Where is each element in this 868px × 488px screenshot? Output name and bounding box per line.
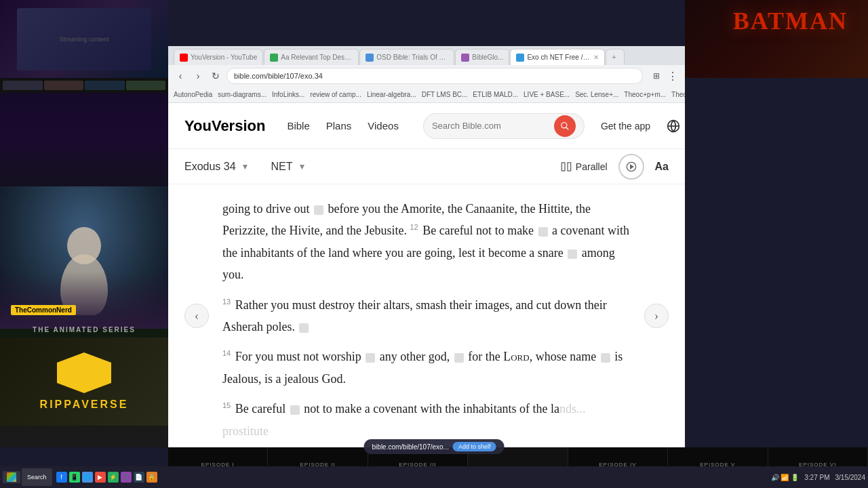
prev-chapter-button[interactable]: ‹ xyxy=(184,304,209,328)
rippaverse-text: RIPPAVERSE xyxy=(40,399,129,411)
show-title: THE ANIMATED SERIES xyxy=(0,326,168,333)
next-chapter-button[interactable]: › xyxy=(644,304,669,328)
verse-num-13: 13 xyxy=(222,298,231,306)
chapter-selector[interactable]: Exodus 34 ▼ xyxy=(184,161,250,173)
taskbar-app-1[interactable]: f xyxy=(56,472,67,483)
site-logo[interactable]: YouVersion xyxy=(184,117,265,135)
ref-icon-6[interactable] xyxy=(454,353,464,363)
globe-icon[interactable] xyxy=(667,115,680,137)
search-bar[interactable] xyxy=(423,113,585,139)
ref-icon-3[interactable] xyxy=(568,249,577,259)
nav-bar: YouVersion Bible Plans Videos Get the ap… xyxy=(168,103,685,149)
browser-tab-1[interactable]: YouVersion - YouTube xyxy=(174,49,263,65)
streamer-badge: TheCommonNerd xyxy=(11,305,76,315)
bookmark-5[interactable]: Linear-algebra... xyxy=(367,91,416,98)
website: YouVersion Bible Plans Videos Get the ap… xyxy=(168,103,685,447)
verse-line-4: 15 Be careful not to make a covenant wit… xyxy=(222,398,631,442)
notification-popup: bible.com/bible/107/exo... Add to shelf xyxy=(364,439,505,454)
ref-icon-5[interactable] xyxy=(366,353,375,363)
search-taskbar-label: Search xyxy=(27,474,47,481)
parallel-label: Parallel xyxy=(576,161,608,172)
ref-icon-2[interactable] xyxy=(538,227,548,237)
search-input[interactable] xyxy=(432,121,546,131)
address-bar: ‹ › ↻ bible.com/bible/107/exo.34 ⊞ ⋮ xyxy=(168,65,685,87)
browser-tab-2[interactable]: Aa Relevant Top Destinatio... xyxy=(264,49,359,65)
main-nav: Bible Plans Videos xyxy=(287,120,398,131)
verse-num-12: 12 xyxy=(410,223,418,231)
bookmark-6[interactable]: DFT LMS BC... xyxy=(422,91,468,98)
windows-logo xyxy=(7,472,16,482)
reading-tools: Parallel Aa xyxy=(561,154,669,180)
browser-tab-4[interactable]: BibleGlo... xyxy=(455,49,509,65)
top-right-panel: BATMAN xyxy=(685,0,868,78)
bookmark-2[interactable]: sum-diagrams... xyxy=(218,91,267,98)
url-bar[interactable]: bible.com/bible/107/exo.34 xyxy=(226,68,643,84)
extensions-button[interactable]: ⊞ xyxy=(650,69,663,83)
taskbar-app-7[interactable]: 📄 xyxy=(134,472,144,483)
ref-icon-1[interactable] xyxy=(314,205,323,215)
svg-marker-6 xyxy=(630,165,633,168)
get-app-button[interactable]: Get the app xyxy=(601,121,650,131)
parallel-button[interactable]: Parallel xyxy=(561,161,608,172)
reload-button[interactable]: ↻ xyxy=(209,69,222,83)
search-button[interactable] xyxy=(554,115,576,137)
version-selector[interactable]: NET ▼ xyxy=(271,161,307,173)
browser-chrome: YouVersion - YouTube Aa Relevant Top Des… xyxy=(168,46,685,103)
browser-tab-3[interactable]: OSD Bible: Trials Of The Exo... xyxy=(359,49,454,65)
batman-title: BATMAN xyxy=(733,7,848,35)
font-button[interactable]: Aa xyxy=(655,161,669,173)
bible-content: ‹ › going to drive out before you the Am… xyxy=(168,184,685,447)
reading-controls: Exodus 34 ▼ NET ▼ Parallel xyxy=(168,149,685,184)
version-label: NET xyxy=(271,161,293,173)
bookmark-4[interactable]: review of camp... xyxy=(310,91,361,98)
system-tray-icons: 🔊 📶 🔋 xyxy=(771,474,800,481)
ref-icon-4[interactable] xyxy=(299,323,309,333)
forward-button[interactable]: › xyxy=(191,69,205,83)
version-dropdown-icon: ▼ xyxy=(298,162,307,171)
new-tab-button[interactable]: + xyxy=(606,49,625,65)
verse-line-1: going to drive out before you the Amorit… xyxy=(222,198,631,286)
taskbar: Search f 📱 🌐 ▶ ⚡ 🎵 📄 🔒 🔊 📶 🔋 3:27 PM 3/1… xyxy=(0,466,868,488)
taskbar-date: 3/15/2024 xyxy=(835,474,866,481)
taskbar-app-2[interactable]: 📱 xyxy=(69,472,80,483)
bookmark-8[interactable]: LIVE + BASE... xyxy=(524,91,570,98)
chapter-label: Exodus 34 xyxy=(184,161,236,173)
ref-icon-8[interactable] xyxy=(290,405,300,415)
taskbar-app-3[interactable]: 🌐 xyxy=(82,472,93,483)
nav-videos[interactable]: Videos xyxy=(368,120,399,131)
svg-rect-4 xyxy=(568,163,571,171)
chapter-dropdown-icon: ▼ xyxy=(241,162,250,171)
ref-icon-7[interactable] xyxy=(601,353,610,363)
bookmark-11[interactable]: Theocpasm... xyxy=(671,91,685,98)
chapter-version-controls: Exodus 34 ▼ NET ▼ xyxy=(184,161,306,173)
start-button[interactable] xyxy=(3,471,20,483)
bookmark-10[interactable]: Theoc+p+m... xyxy=(624,91,666,98)
taskbar-app-5[interactable]: ⚡ xyxy=(108,472,119,483)
taskbar-app-6[interactable]: 🎵 xyxy=(121,472,132,483)
verse-line-3: 14 For you must not worship any other go… xyxy=(222,346,631,390)
bookmark-7[interactable]: ETLIB MALD... xyxy=(473,91,518,98)
bookmark-3[interactable]: InfoLinks... xyxy=(272,91,304,98)
menu-button[interactable]: ⋮ xyxy=(666,69,679,83)
bookmark-1[interactable]: AutonoPedia xyxy=(174,91,212,98)
rippaverse-logo: RIPPAVERSE xyxy=(0,338,168,426)
taskbar-app-4[interactable]: ▶ xyxy=(95,472,106,483)
nav-plans[interactable]: Plans xyxy=(326,120,352,131)
browser-tab-5[interactable]: Exo ch NET Free / YouVer... ✕ xyxy=(510,49,605,65)
left-panel: Streaming content TheCommonNerd THE ANIM… xyxy=(0,0,168,447)
notification-action[interactable]: Add to shelf xyxy=(453,442,496,451)
taskbar-app-8[interactable]: 🔒 xyxy=(146,472,157,483)
nav-bible[interactable]: Bible xyxy=(287,120,309,131)
verse-line-2: 13 Rather you must destroy their altars,… xyxy=(222,294,631,338)
notification-text: bible.com/bible/107/exo... xyxy=(372,443,449,451)
tab-bar: YouVersion - YouTube Aa Relevant Top Des… xyxy=(168,46,685,65)
audio-button[interactable] xyxy=(618,154,644,180)
taskbar-time: 3:27 PM xyxy=(804,474,829,481)
url-text: bible.com/bible/107/exo.34 xyxy=(234,72,323,80)
search-taskbar[interactable]: Search xyxy=(22,468,52,486)
back-button[interactable]: ‹ xyxy=(174,69,187,83)
verse-text: going to drive out before you the Amorit… xyxy=(222,198,631,442)
taskbar-right: 🔊 📶 🔋 3:27 PM 3/15/2024 xyxy=(771,474,865,481)
taskbar-pinned-apps: f 📱 🌐 ▶ ⚡ 🎵 📄 🔒 xyxy=(56,472,157,483)
bookmark-9[interactable]: Sec. Lense+... xyxy=(575,91,618,98)
